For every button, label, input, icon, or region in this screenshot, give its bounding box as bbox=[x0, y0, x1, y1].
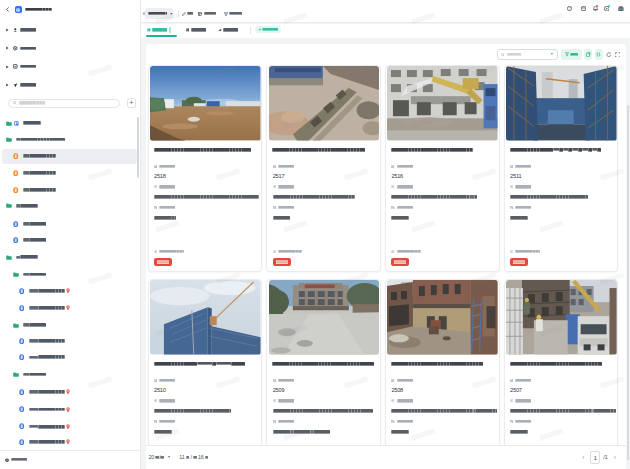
svg-text:?: ? bbox=[568, 7, 570, 11]
